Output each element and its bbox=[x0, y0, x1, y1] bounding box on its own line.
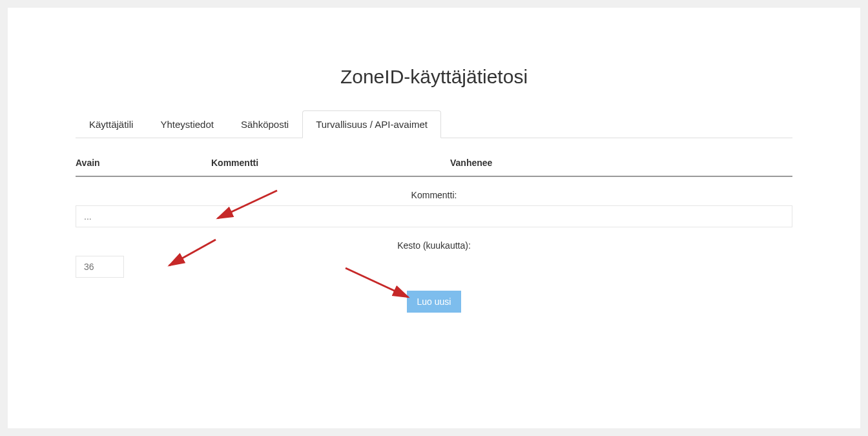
create-button[interactable]: Luo uusi bbox=[407, 291, 462, 313]
comment-field-group: Kommentti: bbox=[76, 190, 792, 227]
page-title: ZoneID-käyttäjätietosi bbox=[8, 8, 860, 110]
tab-sahkoposti[interactable]: Sähköposti bbox=[227, 110, 302, 138]
create-key-form: Kommentti: Kesto (kuukautta): Luo uusi bbox=[76, 177, 792, 313]
column-header-key: Avain bbox=[76, 158, 211, 168]
api-keys-table: Avain Kommentti Vanhenee bbox=[76, 138, 792, 177]
duration-input[interactable] bbox=[76, 256, 124, 278]
column-header-expires: Vanhenee bbox=[450, 158, 792, 168]
comment-input[interactable] bbox=[76, 205, 792, 227]
table-header-row: Avain Kommentti Vanhenee bbox=[76, 158, 792, 177]
column-header-comment: Kommentti bbox=[211, 158, 450, 168]
tab-kayttajatili[interactable]: Käyttäjätili bbox=[76, 110, 147, 138]
comment-label: Kommentti: bbox=[76, 190, 792, 200]
duration-label: Kesto (kuukautta): bbox=[76, 240, 792, 251]
tab-yhteystiedot[interactable]: Yhteystiedot bbox=[147, 110, 227, 138]
tab-turvallisuus-api-avaimet[interactable]: Turvallisuus / API-avaimet bbox=[302, 110, 441, 138]
page-container: ZoneID-käyttäjätietosi Käyttäjätili Yhte… bbox=[8, 8, 860, 428]
tabs-row: Käyttäjätili Yhteystiedot Sähköposti Tur… bbox=[76, 110, 792, 138]
submit-row: Luo uusi bbox=[76, 291, 792, 313]
duration-field-group: Kesto (kuukautta): bbox=[76, 240, 792, 278]
